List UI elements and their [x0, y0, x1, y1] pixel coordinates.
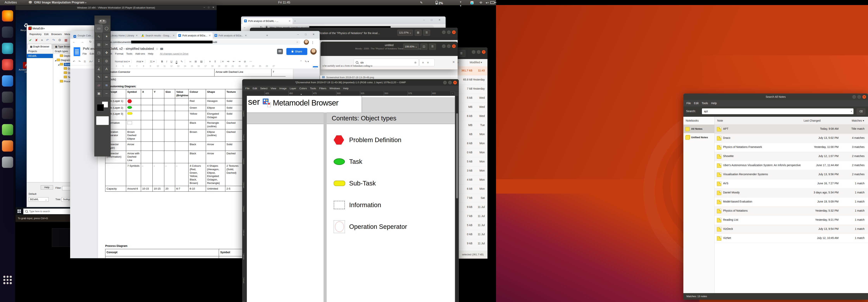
gimp-tool-button[interactable]: ✥: [103, 49, 110, 57]
menu-item[interactable]: Edit: [44, 32, 49, 37]
dock-item[interactable]: [2, 140, 13, 152]
spellcheck-icon[interactable]: A✓: [89, 60, 93, 63]
redo-icon[interactable]: ↷: [79, 60, 81, 63]
clear-formatting-icon[interactable]: ⊘: [244, 60, 246, 63]
page-thumbnails-button[interactable]: ▤: [414, 30, 422, 36]
menu-item[interactable]: Filters: [319, 87, 326, 90]
note-column-header[interactable]: Note: [717, 117, 723, 125]
clear-search-button[interactable]: ⌫: [857, 108, 865, 114]
menu-item[interactable]: Help: [711, 102, 717, 105]
share-button[interactable]: Share: [286, 48, 307, 55]
note-row[interactable]: Physics of Notations Framework Yesterday…: [715, 143, 868, 152]
menu-item[interactable]: Edit: [694, 102, 699, 105]
indent-icon[interactable]: ⇥: [238, 60, 241, 63]
menu-item[interactable]: Select: [260, 87, 268, 90]
notebook-row[interactable]: All Notes: [683, 125, 714, 133]
menu-item[interactable]: Tools: [126, 52, 132, 55]
note-row[interactable]: ShowMe July 12, 1:07 PM 2 matches: [715, 152, 868, 161]
notebook-row[interactable]: Unfiled Notes: [683, 133, 714, 142]
gimp-tool-button[interactable]: ◎: [103, 57, 110, 65]
menu-item[interactable]: View: [271, 87, 276, 90]
gimp-tool-button[interactable]: ▭: [95, 25, 102, 32]
dock-item[interactable]: [2, 10, 13, 22]
menu-item[interactable]: Tools: [702, 102, 708, 105]
text-color-button[interactable]: A: [176, 60, 177, 64]
menu-item[interactable]: File: [83, 52, 87, 55]
underline-button[interactable]: U: [170, 60, 172, 63]
hamburger-menu-button[interactable]: ☰: [457, 50, 465, 57]
browser-tab[interactable]: PoN analysis of BiDaML - ...✕: [243, 18, 292, 24]
note-row[interactable]: Draco July 13, 5:02 PM 4 matches: [715, 134, 868, 143]
volume-muted-icon[interactable]: ◄×: [485, 1, 489, 5]
dock-item[interactable]: [2, 59, 13, 70]
gimp-tool-button[interactable]: ◯: [103, 25, 110, 32]
gimp-tool-button[interactable]: ▱: [95, 81, 102, 89]
redo-icon[interactable]: ↷: [52, 38, 55, 42]
menu-item[interactable]: Tools: [310, 87, 316, 90]
note-row[interactable]: Reading List Yesterday, 9:21 PM 1 match: [715, 216, 868, 225]
windows-search-box[interactable]: Type here to search: [23, 208, 72, 214]
project-combobox[interactable]: BiDaML ⌄: [29, 197, 49, 202]
save-status[interactable]: All changes saved in Drive: [160, 53, 188, 55]
matches-column-header[interactable]: Matches ▾: [852, 117, 864, 125]
gimp-tool-button[interactable]: ∿: [95, 33, 102, 40]
dock-item[interactable]: [2, 43, 13, 54]
help-button[interactable]: Help: [41, 185, 53, 190]
note-row[interactable]: AVS June 16, 7:27 PM 1 match: [715, 179, 868, 188]
google-docs-icon[interactable]: [73, 47, 80, 56]
foreground-color-swatch[interactable]: [97, 104, 104, 111]
menu-item[interactable]: Add-ons: [135, 52, 145, 55]
dock-item[interactable]: [2, 27, 13, 38]
new-tab-button[interactable]: +: [293, 18, 302, 24]
menu-item[interactable]: Windows: [329, 87, 340, 90]
files-peek-row[interactable]: Screenshot from 2019-07-19 13-29-49.png: [320, 75, 458, 79]
numbered-list-icon[interactable]: ⋮≡: [219, 60, 224, 63]
system-menu-caret-icon[interactable]: ▾: [495, 1, 496, 4]
window-controls[interactable]: –□✕: [441, 30, 456, 34]
bookmark-star-icon[interactable]: ☆: [296, 40, 298, 45]
dropdown-caret-icon[interactable]: ▾: [851, 108, 852, 114]
side-pane-button[interactable]: ◫: [421, 43, 427, 50]
modified-column-header[interactable]: Modified ▾: [470, 61, 482, 64]
align-icon[interactable]: ≡: [209, 60, 211, 63]
window-controls[interactable]: –□✕: [442, 80, 457, 85]
gimp-tool-button[interactable]: ◳: [95, 49, 102, 57]
gimp-tool-button[interactable]: ✎: [95, 73, 102, 81]
more-tools-icon[interactable]: ⋯: [249, 60, 252, 63]
note-indicator-icon[interactable]: ✎: [420, 1, 423, 5]
browser-tab[interactable]: PoN analysis of BiDa...✕: [213, 33, 249, 39]
dock-item[interactable]: [2, 75, 13, 87]
zoom-quick-icon[interactable]: ⌕: [451, 92, 455, 95]
note-row[interactable]: Visualisation Recommender Systems July 1…: [715, 170, 868, 179]
menu-item[interactable]: Edit: [90, 52, 94, 55]
activities-button[interactable]: Activities: [5, 1, 17, 4]
search-icon[interactable]: ⌖: [41, 38, 43, 42]
dock-item[interactable]: [2, 124, 13, 135]
close-tab-icon[interactable]: ✕: [135, 33, 137, 39]
search-input[interactable]: apt▾: [702, 108, 854, 114]
note-row[interactable]: Uber's Autonomous Visualization System: …: [715, 161, 868, 170]
note-row[interactable]: VizNet July 12, 10:45 AM 1 match: [715, 234, 868, 243]
window-controls[interactable]: –□✕: [470, 50, 486, 54]
wifi-icon[interactable]: [479, 2, 483, 5]
gimp-tool-button[interactable]: ▣: [95, 90, 102, 97]
temperature-indicator[interactable]: 2%: [436, 1, 443, 5]
gimp-tool-button[interactable]: ∽: [103, 90, 110, 97]
focused-app-menu[interactable]: GNU Image Manipulation Program ▾: [34, 1, 86, 5]
print-icon[interactable]: ⎘: [84, 60, 86, 63]
project-row[interactable]: BiDaML: [27, 54, 53, 58]
browser-tab[interactable]: Search results - Goog...✕: [140, 33, 177, 39]
menu-item[interactable]: Repository: [29, 32, 41, 37]
insert-link-icon[interactable]: ∞: [189, 60, 191, 63]
highlight-button[interactable]: ✎: [181, 60, 183, 63]
close-tab-icon[interactable]: ✕: [245, 33, 247, 39]
gimp-tool-button[interactable]: ▤: [95, 41, 102, 48]
menu-item[interactable]: Browsers: [51, 32, 62, 37]
foreground-background-colors[interactable]: [95, 101, 111, 114]
scrollbar-thumb[interactable]: [456, 113, 458, 198]
menu-item[interactable]: Colors: [299, 87, 307, 90]
expander-icon[interactable]: ◢: [55, 58, 57, 63]
menu-item[interactable]: Help: [148, 52, 153, 55]
hamburger-menu-button[interactable]: ☰: [429, 43, 436, 50]
comment-history-icon[interactable]: [277, 49, 283, 54]
